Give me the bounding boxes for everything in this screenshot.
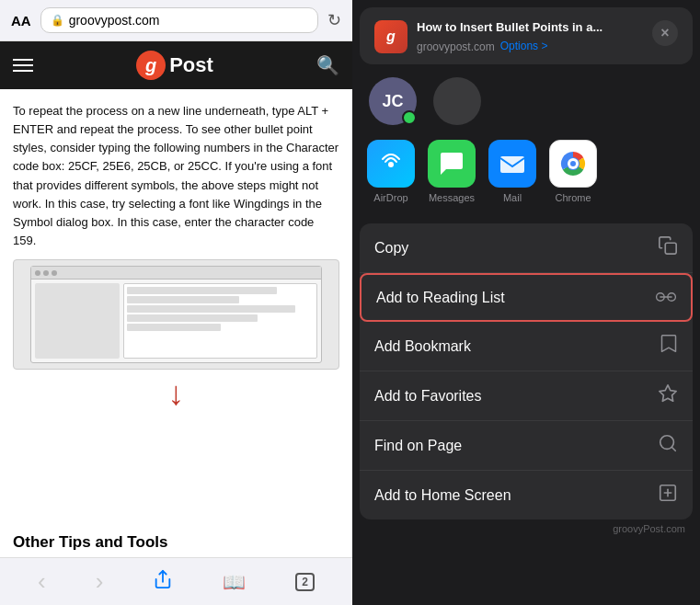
app-item-mail[interactable]: Mail <box>488 140 536 203</box>
action-item-favorites[interactable]: Add to Favorites <box>360 371 693 421</box>
share-header: g How to Insert Bullet Points in a... gr… <box>360 7 693 64</box>
contact-avatar-jc: JC <box>369 77 417 125</box>
app-name-airdrop: AirDrop <box>373 192 407 203</box>
svg-rect-8 <box>665 243 676 254</box>
share-sheet: g How to Insert Bullet Points in a... gr… <box>352 0 700 605</box>
action-item-copy[interactable]: Copy <box>360 223 693 273</box>
logo-text: Post <box>169 53 213 77</box>
url-text: groovypost.com <box>69 13 160 28</box>
svg-rect-2 <box>500 156 524 173</box>
contact-badge <box>402 110 417 125</box>
bookmarks-button[interactable]: 📖 <box>223 571 246 593</box>
logo-g-icon: g <box>136 51 166 80</box>
app-name-chrome: Chrome <box>555 192 591 203</box>
tabs-button[interactable]: 2 <box>295 573 315 591</box>
arrow-down-icon: ↓ <box>168 374 185 413</box>
app-item-chrome[interactable]: Chrome <box>549 140 597 203</box>
url-bar[interactable]: 🔒 groovypost.com <box>40 7 318 33</box>
mail-icon <box>488 140 536 188</box>
action-label-find: Find on Page <box>374 438 462 454</box>
back-button[interactable]: ‹ <box>38 567 46 596</box>
action-list: Copy Add to Reading List <box>360 223 693 519</box>
search-icon-action <box>658 433 678 458</box>
star-icon <box>658 383 678 408</box>
app-item-messages[interactable]: Messages <box>428 140 476 203</box>
action-label-home-screen: Add to Home Screen <box>374 487 511 504</box>
svg-marker-12 <box>660 385 676 401</box>
options-link[interactable]: Options > <box>500 40 548 52</box>
plus-square-icon <box>658 483 678 508</box>
page-details: How to Insert Bullet Points in a... groo… <box>417 20 643 53</box>
action-label-copy: Copy <box>374 240 408 257</box>
action-item-home-screen[interactable]: Add to Home Screen <box>360 471 693 519</box>
airdrop-icon <box>367 140 415 188</box>
app-item-airdrop[interactable]: AirDrop <box>367 140 415 203</box>
contact-placeholder <box>433 77 481 125</box>
search-icon[interactable]: 🔍 <box>316 54 339 76</box>
right-panel: g How to Insert Bullet Points in a... gr… <box>352 0 700 605</box>
article-content: To repeat the process on a new line unde… <box>0 89 352 528</box>
forward-button[interactable]: › <box>96 567 104 596</box>
contacts-row: JC <box>352 64 700 134</box>
page-title: How to Insert Bullet Points in a... <box>417 20 643 36</box>
nav-header: g Post 🔍 <box>0 41 352 89</box>
hamburger-menu[interactable] <box>13 59 33 72</box>
action-item-bookmark[interactable]: Add Bookmark <box>360 322 693 371</box>
action-label-reading-list: Add to Reading List <box>376 290 505 306</box>
browser-bar: AA 🔒 groovypost.com ↻ <box>0 0 352 41</box>
article-screenshot <box>13 259 339 370</box>
messages-icon <box>428 140 476 188</box>
page-domain: groovypost.com <box>417 40 495 53</box>
svg-point-7 <box>570 161 576 166</box>
contact-item[interactable]: JC <box>367 77 419 125</box>
action-item-reading-list[interactable]: Add to Reading List <box>360 273 693 322</box>
left-panel: AA 🔒 groovypost.com ↻ g Post 🔍 To repeat… <box>0 0 352 605</box>
reading-list-icon <box>656 287 676 308</box>
action-item-find[interactable]: Find on Page <box>360 421 693 471</box>
lock-icon: 🔒 <box>51 14 64 27</box>
action-label-favorites: Add to Favorites <box>374 388 482 405</box>
close-share-button[interactable]: × <box>652 20 678 46</box>
share-button[interactable] <box>153 569 173 595</box>
aa-label[interactable]: AA <box>11 13 31 29</box>
article-text: To repeat the process on a new line unde… <box>13 102 339 250</box>
svg-line-14 <box>671 447 675 451</box>
watermark: groovyPost.com <box>352 519 700 538</box>
section-title: Other Tips and Tools <box>0 528 352 557</box>
apps-row: AirDrop Messages Mail <box>352 134 700 216</box>
arrow-down-container: ↓ <box>13 374 339 413</box>
copy-icon <box>658 235 678 260</box>
svg-point-1 <box>388 162 394 167</box>
app-name-mail: Mail <box>503 192 522 203</box>
page-favicon: g <box>374 20 407 53</box>
chrome-icon <box>549 140 597 188</box>
share-page-info: g How to Insert Bullet Points in a... gr… <box>374 20 678 53</box>
contact-item-placeholder[interactable] <box>431 77 483 125</box>
logo-area: g Post <box>136 51 213 80</box>
app-name-messages: Messages <box>429 192 475 203</box>
bookmark-icon <box>660 334 678 359</box>
bottom-bar: ‹ › 📖 2 <box>0 557 352 605</box>
refresh-icon[interactable]: ↻ <box>327 10 341 30</box>
action-label-bookmark: Add Bookmark <box>374 338 471 355</box>
